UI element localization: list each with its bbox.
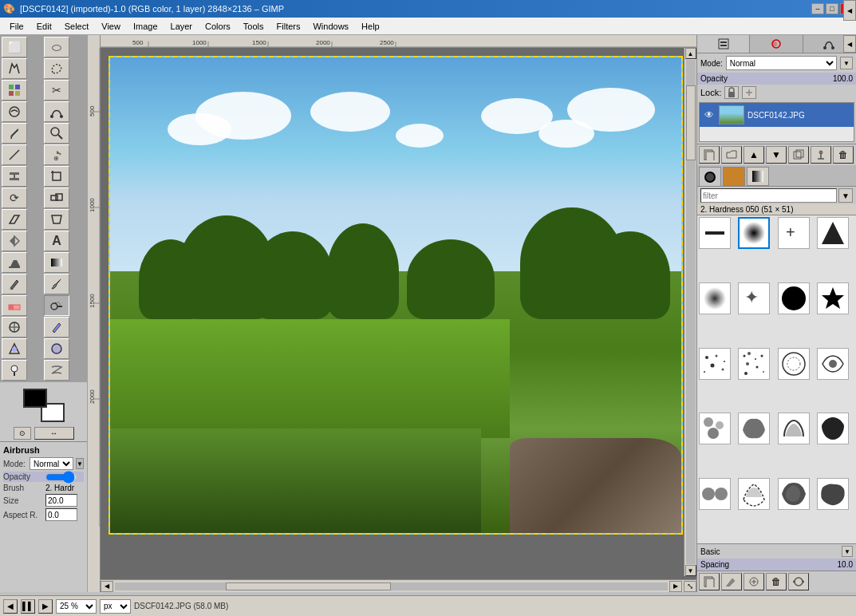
menu-filters[interactable]: Filters: [270, 20, 307, 33]
scale-tool[interactable]: [44, 188, 69, 208]
panel-scroll-btn[interactable]: ◀: [843, 35, 856, 53]
layer-item[interactable]: 👁 DSCF0142.JPG: [700, 103, 854, 127]
text-tool[interactable]: A: [44, 231, 69, 251]
fuzzy-select-tool[interactable]: [44, 58, 69, 79]
brush-category-expand[interactable]: ▼: [842, 546, 853, 557]
move-tool[interactable]: ⊕: [44, 144, 69, 165]
lock-position-btn[interactable]: [742, 86, 756, 99]
blend-tool[interactable]: [44, 252, 69, 273]
brush-item-selected[interactable]: [738, 217, 770, 249]
scroll-left-btn[interactable]: ◀: [101, 581, 113, 592]
align-tool[interactable]: [2, 166, 27, 187]
menu-help[interactable]: Help: [355, 20, 386, 33]
shear-tool[interactable]: [2, 209, 27, 230]
brush-item[interactable]: [778, 348, 810, 380]
brush-item[interactable]: [699, 478, 731, 510]
canvas-expand-btn[interactable]: ⤡: [684, 581, 696, 592]
lock-pixels-btn[interactable]: [724, 86, 739, 99]
scroll-down-btn[interactable]: ▼: [685, 565, 696, 576]
menu-file[interactable]: File: [3, 20, 30, 33]
patterns-tab[interactable]: [723, 167, 745, 186]
refresh-brushes-btn[interactable]: [788, 573, 809, 590]
new-layer-btn[interactable]: [699, 146, 720, 164]
swap-colors-btn[interactable]: ↔: [34, 427, 74, 440]
brush-item[interactable]: [738, 413, 770, 444]
horizontal-scrollbar[interactable]: ◀ ▶ ⤡: [101, 579, 696, 592]
color-picker-tool[interactable]: [2, 123, 27, 144]
zoom-select[interactable]: 25 % 50 % 100 %: [56, 599, 97, 614]
scroll-up-btn[interactable]: ▲: [685, 48, 696, 59]
menu-layer[interactable]: Layer: [164, 20, 199, 33]
rotate-tool[interactable]: ⟳: [2, 188, 27, 208]
zoom-tool[interactable]: [44, 123, 69, 144]
aspect-input[interactable]: [45, 508, 77, 521]
menu-select[interactable]: Select: [58, 20, 96, 33]
brush-item[interactable]: [817, 282, 849, 314]
v-scroll-track[interactable]: [686, 60, 696, 564]
open-image-btn[interactable]: [721, 146, 742, 164]
edit-brush-btn[interactable]: [721, 573, 742, 590]
paintbucket-tool[interactable]: [2, 252, 27, 273]
brush-filter-dropdown[interactable]: ▼: [838, 188, 853, 203]
select-by-color-tool[interactable]: [2, 80, 27, 101]
size-input[interactable]: [45, 494, 77, 507]
canvas-wrapper[interactable]: [101, 48, 696, 576]
paths-tool[interactable]: [44, 101, 69, 122]
layer-visibility-toggle[interactable]: 👁: [703, 109, 716, 121]
mode-expand[interactable]: ▼: [76, 458, 84, 469]
delete-layer-btn[interactable]: 🗑: [833, 146, 854, 164]
lower-layer-btn[interactable]: ▼: [766, 146, 787, 164]
foreground-select-tool[interactable]: [2, 101, 27, 122]
eraser-tool[interactable]: [2, 295, 27, 316]
brush-item[interactable]: [778, 413, 810, 444]
perspective-tool[interactable]: [44, 209, 69, 230]
brush-item[interactable]: [699, 348, 731, 380]
brush-item[interactable]: [817, 413, 849, 444]
rect-select-tool[interactable]: ⬜: [2, 37, 27, 57]
brush-item[interactable]: [699, 282, 731, 314]
scroll-right-btn[interactable]: ▶: [669, 581, 682, 592]
brush-item[interactable]: ✦: [738, 282, 770, 314]
menu-image[interactable]: Image: [127, 20, 164, 33]
menu-view[interactable]: View: [95, 20, 127, 33]
ellipse-select-tool[interactable]: ⬭: [44, 37, 69, 57]
brush-item[interactable]: [778, 282, 810, 314]
free-select-tool[interactable]: [2, 58, 27, 79]
opacity-slider[interactable]: [45, 473, 77, 481]
layer-mode-expand-btn[interactable]: ▼: [840, 57, 853, 69]
v-scroll-thumb[interactable]: [686, 85, 696, 161]
crop-tool[interactable]: [44, 166, 69, 187]
dodge-tool[interactable]: [2, 360, 27, 381]
brush-filter-input[interactable]: [700, 188, 837, 203]
brush-item[interactable]: [817, 478, 849, 510]
delete-brush-btn[interactable]: 🗑: [766, 573, 787, 590]
new-brush-btn[interactable]: [699, 573, 720, 590]
foreground-color[interactable]: [23, 389, 47, 408]
pencil-tool[interactable]: [2, 274, 27, 294]
gradients-tab[interactable]: [747, 167, 769, 186]
unit-select[interactable]: px mm in: [100, 599, 131, 614]
measure-tool[interactable]: [2, 144, 27, 165]
status-end-btn[interactable]: ▶: [38, 599, 53, 614]
vertical-scrollbar[interactable]: ▲ ▼: [684, 48, 696, 576]
canvas-image[interactable]: [108, 56, 683, 535]
heal-tool[interactable]: [44, 317, 69, 338]
menu-colors[interactable]: Colors: [199, 20, 237, 33]
quick-mask-btn[interactable]: ⊙: [14, 427, 31, 440]
menu-windows[interactable]: Windows: [306, 20, 355, 33]
brush-item[interactable]: [738, 478, 770, 510]
minimize-button[interactable]: –: [811, 3, 824, 14]
clone-tool[interactable]: [2, 317, 27, 338]
h-scroll-thumb[interactable]: [226, 582, 392, 590]
smudge-tool[interactable]: [44, 360, 69, 381]
anchor-layer-btn[interactable]: [811, 146, 831, 164]
status-prev-btn[interactable]: ◀: [3, 599, 18, 614]
scissors-tool[interactable]: ✂: [44, 80, 69, 101]
airbrush-tool[interactable]: [44, 295, 69, 316]
duplicate-brush-btn[interactable]: [744, 573, 764, 590]
status-next-btn[interactable]: ▌▌: [21, 599, 35, 614]
brushes-tab[interactable]: [699, 167, 721, 186]
brush-item[interactable]: [699, 413, 731, 444]
menu-tools[interactable]: Tools: [237, 20, 270, 33]
brush-item[interactable]: [817, 348, 849, 380]
